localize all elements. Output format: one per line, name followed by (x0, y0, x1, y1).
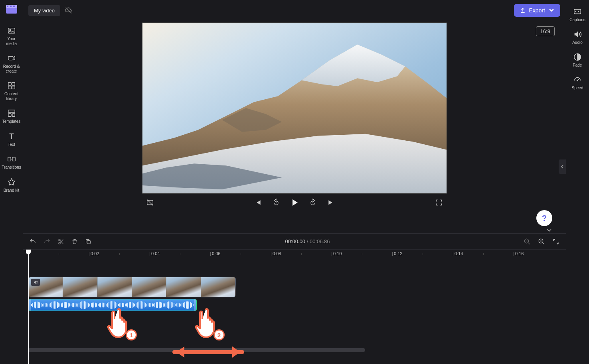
annotation-hand-1: 1 (107, 307, 134, 340)
project-title[interactable]: My video (28, 5, 60, 16)
ruler-tick-label: 0:02 (91, 251, 99, 256)
export-button[interactable]: Export (514, 4, 560, 17)
ruler-tick-label: 0:12 (394, 251, 402, 256)
sidebar-label: Brand kit (4, 188, 19, 193)
clip-mute-icon[interactable] (31, 279, 40, 286)
time-display: 00:00.00 / 00:06.86 (285, 238, 330, 244)
redo-icon[interactable] (43, 238, 51, 245)
annotation-badge-2: 2 (213, 329, 225, 340)
forward-5-icon[interactable] (308, 198, 318, 207)
playhead[interactable] (28, 250, 29, 364)
svg-rect-21 (87, 240, 90, 244)
video-clip[interactable] (28, 277, 236, 297)
right-item-audio[interactable]: Audio (567, 26, 588, 49)
zoom-fit-icon[interactable] (552, 238, 559, 245)
preview-canvas[interactable] (142, 22, 447, 194)
svg-rect-7 (8, 56, 13, 60)
hide-overlay-icon[interactable] (145, 198, 155, 207)
sidebar-item-text[interactable]: Text (1, 129, 22, 151)
upload-icon (520, 7, 526, 14)
top-bar: My video Export (23, 0, 566, 21)
svg-rect-12 (8, 110, 15, 112)
zoom-in-icon[interactable] (538, 238, 545, 245)
left-sidebar: Your media Record & create Content libra… (0, 0, 23, 364)
fullscreen-icon[interactable] (434, 198, 444, 207)
timeline-ruler[interactable]: 0:020:040:060:080:100:120:140:16 (28, 250, 566, 261)
app-logo[interactable] (5, 4, 18, 15)
main-area: My video Export 16:9 (23, 0, 566, 364)
right-item-speed[interactable]: Speed (567, 71, 588, 94)
ruler-tick-label: 0:08 (273, 251, 281, 256)
right-label: Fade (573, 63, 582, 67)
collapse-preview-icon[interactable] (546, 227, 552, 234)
right-sidebar: Captions Audio Fade Speed (566, 0, 589, 364)
sidebar-item-brand-kit[interactable]: Brand kit (1, 175, 22, 197)
svg-rect-8 (8, 83, 11, 85)
chevron-down-icon (548, 7, 555, 14)
annotation-drag-arrow (166, 344, 250, 362)
sidebar-label: Templates (2, 119, 21, 124)
split-icon[interactable] (58, 238, 64, 245)
ruler-tick-label: 0:06 (212, 251, 220, 256)
delete-icon[interactable] (71, 238, 78, 245)
svg-rect-4 (13, 6, 15, 7)
cloud-sync-off-icon[interactable] (64, 6, 73, 15)
svg-rect-9 (12, 83, 14, 85)
timeline-toolbar: 00:00.00 / 00:06.86 (23, 233, 566, 249)
right-item-captions[interactable]: Captions (567, 3, 588, 26)
sidebar-item-templates[interactable]: Templates (1, 106, 22, 128)
annotation-badge-1: 1 (126, 329, 137, 340)
svg-rect-16 (12, 157, 15, 161)
svg-rect-10 (8, 86, 11, 89)
preview-region: 16:9 (23, 21, 566, 233)
aspect-ratio-button[interactable]: 16:9 (536, 26, 555, 36)
skip-forward-icon[interactable] (326, 198, 336, 207)
timeline-area[interactable]: 0:020:040:060:080:100:120:140:16 (Audio)… (23, 249, 566, 364)
sidebar-label: Text (8, 142, 15, 147)
ruler-tick-label: 0:14 (455, 251, 463, 256)
right-label: Speed (572, 86, 583, 90)
svg-rect-15 (8, 157, 10, 161)
right-panel-expand[interactable] (559, 159, 566, 174)
svg-rect-13 (8, 114, 11, 116)
ruler-tick-label: 0:04 (151, 251, 160, 256)
skip-back-icon[interactable] (253, 198, 263, 207)
svg-point-19 (59, 239, 60, 241)
play-button[interactable] (290, 198, 299, 207)
right-label: Audio (572, 40, 583, 45)
ruler-tick-label: 0:16 (515, 251, 524, 256)
rewind-5-icon[interactable] (271, 198, 281, 207)
help-button[interactable]: ? (536, 210, 552, 226)
svg-rect-11 (12, 86, 14, 89)
svg-point-20 (59, 242, 60, 244)
sidebar-label: Transitions (2, 165, 21, 170)
timeline-tracks: (Audio) My video (17) (28, 277, 566, 297)
sidebar-item-content-library[interactable]: Content library (1, 78, 22, 105)
svg-rect-3 (10, 6, 12, 7)
duplicate-icon[interactable] (85, 238, 91, 245)
svg-rect-14 (12, 114, 14, 116)
svg-rect-2 (7, 6, 8, 7)
preview-image (142, 23, 447, 193)
annotation-hand-2: 2 (194, 307, 222, 340)
svg-rect-25 (574, 10, 581, 14)
sidebar-item-record-create[interactable]: Record & create (1, 51, 22, 77)
sidebar-item-your-media[interactable]: Your media (1, 23, 22, 50)
sidebar-label: Your media (2, 37, 21, 46)
right-item-fade[interactable]: Fade (567, 49, 588, 71)
preview-controls (142, 194, 447, 210)
undo-icon[interactable] (29, 238, 36, 245)
right-label: Captions (569, 18, 585, 22)
zoom-out-icon[interactable] (524, 238, 531, 245)
ruler-tick-label: 0:10 (333, 251, 342, 256)
sidebar-label: Record & create (2, 64, 21, 73)
sidebar-label: Content library (2, 92, 21, 101)
sidebar-item-transitions[interactable]: Transitions (1, 152, 22, 174)
